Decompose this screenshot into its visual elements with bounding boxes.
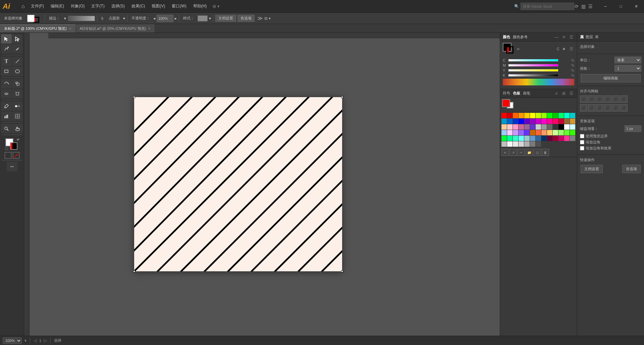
tab-1[interactable]: 未标题-2* @ 100% (CMYK/GPU 预览) ✕ bbox=[0, 24, 76, 32]
swatch-color[interactable] bbox=[553, 130, 558, 135]
close-button[interactable]: ✕ bbox=[629, 0, 644, 13]
swatch-color[interactable] bbox=[536, 119, 541, 124]
swatch-color[interactable] bbox=[519, 141, 524, 147]
menu-icon[interactable]: ☰ bbox=[588, 4, 593, 9]
swatch-color[interactable] bbox=[524, 141, 530, 147]
swatch-color[interactable] bbox=[501, 119, 507, 124]
eyedropper-tool[interactable] bbox=[1, 101, 12, 111]
scale-tool[interactable] bbox=[12, 79, 23, 88]
none-icon[interactable] bbox=[13, 152, 19, 159]
swatch-color[interactable] bbox=[553, 136, 558, 141]
opacity-arrow2[interactable]: ▸ bbox=[175, 16, 177, 21]
menu-text[interactable]: 文字(T) bbox=[88, 2, 108, 10]
doc-settings-button[interactable]: 文档设置 bbox=[215, 15, 236, 22]
selection-tool[interactable] bbox=[1, 34, 12, 44]
align-bottom-btn[interactable]: ⬛ bbox=[596, 104, 603, 112]
swatch-color[interactable] bbox=[519, 124, 524, 130]
swatch-color[interactable] bbox=[513, 119, 518, 124]
swatch-color[interactable] bbox=[536, 130, 541, 135]
swatch-show-options-btn[interactable]: ↗ bbox=[509, 149, 517, 156]
prev-page-btn[interactable]: ◁ bbox=[34, 338, 37, 343]
zoom-select[interactable]: 100% 50% 200% bbox=[3, 337, 22, 344]
swatch-color[interactable] bbox=[570, 136, 575, 141]
preferences-button[interactable]: 首选项 bbox=[237, 15, 255, 22]
swatch-color[interactable] bbox=[564, 119, 570, 124]
swatch-color[interactable] bbox=[547, 130, 552, 135]
swatch-color[interactable] bbox=[530, 113, 535, 118]
swatch-color[interactable] bbox=[530, 119, 535, 124]
handle-tl[interactable] bbox=[133, 96, 135, 98]
maximize-button[interactable]: □ bbox=[613, 0, 629, 13]
swatch-color[interactable] bbox=[507, 141, 513, 147]
menu-edit[interactable]: 编辑(E) bbox=[47, 2, 67, 10]
rotate-tool[interactable] bbox=[1, 79, 12, 88]
align-top-btn[interactable]: ⬛ bbox=[580, 104, 587, 112]
swatch-color[interactable] bbox=[519, 136, 524, 141]
unit-select[interactable]: 像素 点 毫米 bbox=[614, 57, 641, 63]
swatch-color[interactable] bbox=[547, 113, 552, 118]
zoom-dropdown-icon[interactable]: ▾ bbox=[24, 338, 26, 343]
swatch-color[interactable] bbox=[530, 141, 535, 147]
library-tab[interactable]: 库 bbox=[595, 34, 599, 40]
swatch-color[interactable] bbox=[547, 119, 552, 124]
swatch-color[interactable] bbox=[519, 113, 524, 118]
swatch-color[interactable] bbox=[536, 136, 541, 141]
stroke-color[interactable] bbox=[10, 142, 17, 150]
swatch-color[interactable] bbox=[507, 130, 513, 135]
default-colors-icon[interactable]: ⬛ bbox=[5, 147, 8, 150]
swatch-add-btn[interactable]: + bbox=[518, 149, 525, 156]
edit-artboard-btn[interactable]: 编辑画板 bbox=[581, 74, 641, 82]
distribute-left-btn[interactable]: ⬛ bbox=[604, 104, 611, 112]
scale-corners-check[interactable] bbox=[580, 140, 584, 144]
color-spectrum-bar[interactable] bbox=[503, 79, 574, 85]
stroke-dropdown-icon[interactable]: ▾ bbox=[64, 16, 66, 21]
align-middle-btn[interactable]: ⬛ bbox=[588, 104, 595, 112]
c-slider[interactable] bbox=[508, 59, 558, 62]
swatch-color[interactable] bbox=[547, 124, 552, 130]
swatch-color[interactable] bbox=[507, 124, 513, 130]
menu-help[interactable]: 帮助(H) bbox=[190, 2, 210, 10]
swatches-list-view[interactable]: ≡ bbox=[553, 90, 559, 96]
gradient-icon[interactable] bbox=[5, 152, 11, 159]
direct-selection-tool[interactable] bbox=[12, 34, 23, 44]
warp-tool[interactable] bbox=[1, 89, 12, 98]
style-dropdown[interactable]: ▾ bbox=[209, 16, 211, 21]
swatch-color[interactable] bbox=[558, 113, 564, 118]
swatch-color[interactable] bbox=[536, 124, 541, 130]
handle-bl[interactable] bbox=[133, 270, 135, 272]
panel-menu[interactable]: ☰ bbox=[568, 34, 574, 40]
home-icon[interactable]: ⌂ bbox=[21, 3, 25, 9]
menu-window[interactable]: 窗口(W) bbox=[168, 2, 190, 10]
align-extra-btn[interactable]: ⬛ bbox=[620, 95, 628, 103]
fill-swatch[interactable] bbox=[27, 15, 35, 22]
artboard-select[interactable]: 1 bbox=[614, 65, 641, 72]
handle-tr[interactable] bbox=[341, 96, 343, 98]
opacity-arrow[interactable]: ◂ bbox=[153, 16, 155, 21]
swatch-color[interactable] bbox=[541, 124, 547, 130]
color-arrow-icon[interactable]: ⇄ bbox=[517, 47, 520, 51]
swatches-title[interactable]: 色板 bbox=[513, 91, 520, 96]
swatch-color[interactable] bbox=[570, 124, 575, 130]
menu-object[interactable]: 对象(O) bbox=[67, 2, 88, 10]
align-center-btn[interactable]: ⬛ bbox=[588, 95, 595, 103]
distribute-h-btn[interactable]: ⬛ bbox=[604, 95, 611, 103]
menu-effect[interactable]: 效果(C) bbox=[128, 2, 149, 10]
minimize-button[interactable]: ─ bbox=[598, 0, 613, 13]
swatch-color[interactable] bbox=[524, 113, 530, 118]
swatch-color[interactable] bbox=[547, 136, 552, 141]
sync-icon[interactable]: ⟳ bbox=[575, 4, 579, 9]
arrange-icon[interactable]: ⊞ ▾ bbox=[213, 4, 219, 9]
swatch-color[interactable] bbox=[564, 136, 570, 141]
swatch-color[interactable] bbox=[507, 119, 513, 124]
swatch-color[interactable] bbox=[553, 119, 558, 124]
layers-tab[interactable]: 图层 bbox=[586, 34, 593, 40]
menu-file[interactable]: 文件(F) bbox=[28, 2, 47, 10]
swatch-new-btn[interactable]: ◻ bbox=[534, 149, 541, 156]
swatch-color[interactable] bbox=[513, 136, 518, 141]
swatch-color[interactable] bbox=[564, 113, 570, 118]
scale-stroke-check[interactable] bbox=[580, 146, 584, 150]
swatch-color[interactable] bbox=[524, 136, 530, 141]
swatches-menu[interactable]: ☰ bbox=[568, 90, 574, 96]
swatch-color[interactable] bbox=[558, 124, 564, 130]
line-tool[interactable] bbox=[12, 57, 23, 66]
